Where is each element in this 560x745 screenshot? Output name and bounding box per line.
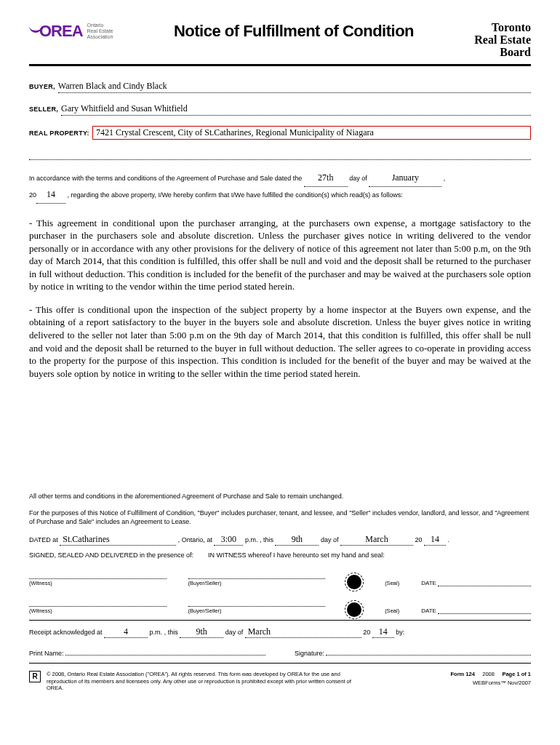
orea-logo: OREA: [29, 22, 83, 41]
property-row: REAL PROPERTY: 7421 Crystal Crescent, Ci…: [29, 126, 531, 140]
orea-sub3: Association: [87, 34, 113, 40]
buyerseller-2[interactable]: (Buyer/Seller): [188, 606, 326, 614]
dated-day[interactable]: 9th: [275, 534, 319, 546]
orea-sub1: Ontario: [87, 23, 113, 28]
property-label: REAL PROPERTY:: [29, 130, 89, 137]
seal-label-2: (Seal): [385, 607, 399, 614]
receipt-time[interactable]: 4: [104, 626, 148, 638]
seller-row: SELLER, Gary Whitfield and Susan Whitfie…: [29, 103, 531, 116]
signature-cell: Signature:: [295, 648, 531, 657]
receipt-block: Receipt acknowledged at 4 p.m. , this 9t…: [29, 626, 531, 664]
buyer-label: BUYER,: [29, 83, 55, 90]
date-cell-1: DATE: [421, 579, 531, 586]
sig-line[interactable]: [326, 648, 531, 656]
witness-label: IN WITNESS whereof I have hereunto set m…: [208, 551, 385, 559]
footer-right: Form 124 2008 Page 1 of 1 WEBForms™ Nov/…: [451, 671, 532, 687]
treb3: Board: [474, 47, 531, 59]
buyerseller-1[interactable]: (Buyer/Seller): [188, 578, 326, 586]
dated-pre: DATED at: [29, 536, 60, 543]
seller-value[interactable]: Gary Whitfield and Susan Whitfield: [61, 103, 531, 116]
receipt-month[interactable]: March: [245, 626, 361, 638]
dated-yrpre: 20: [415, 536, 423, 543]
orea-logo-text: OREA: [39, 22, 83, 41]
acc-day[interactable]: 27th: [304, 170, 348, 187]
receipt-this: , this: [164, 629, 180, 636]
dated-ontario: , Ontario, at: [178, 536, 215, 543]
receipt-day[interactable]: 9th: [180, 626, 223, 638]
dated-month[interactable]: March: [340, 534, 413, 546]
receipt-dayof: day of: [225, 629, 245, 636]
acc-yrpre: 20: [29, 191, 36, 199]
receipt-yr[interactable]: 14: [372, 626, 394, 638]
form-number: Form 124: [451, 671, 475, 677]
dated-time[interactable]: 3:00: [214, 534, 243, 546]
condition-1: - This agreement in conditional upon the…: [29, 217, 531, 293]
buyer-row: BUYER, Warren Black and Cindy Black: [29, 81, 531, 93]
dated-yr[interactable]: 14: [424, 534, 446, 546]
witness-1[interactable]: (Witness): [29, 578, 167, 586]
footer: R © 2008, Ontario Real Estate Associatio…: [29, 671, 531, 692]
orea-sub2: Real Estate: [87, 28, 113, 34]
acc-comma: ,: [444, 175, 446, 182]
acc-dayof: day of: [349, 175, 369, 182]
witness-2[interactable]: (Witness): [29, 606, 167, 614]
print-sig-row: Print Name: Signature:: [29, 648, 531, 657]
buyer-value[interactable]: Warren Black and Cindy Black: [58, 81, 531, 93]
receipt-line: Receipt acknowledged at 4 p.m. , this 9t…: [29, 626, 531, 638]
signature-section: SIGNED, SEALED AND DELIVERED in the pres…: [29, 551, 531, 621]
seal-icon-2: [347, 602, 361, 617]
copyright: © 2008, Ontario Real Estate Association …: [47, 671, 367, 692]
dated-dayof: day of: [321, 536, 340, 543]
signed-label: SIGNED, SEALED AND DELIVERED in the pres…: [29, 551, 193, 559]
condition-2: - This offer is conditional upon the ins…: [29, 303, 531, 380]
terms-purposes: For the purposes of this Notice of Fulfi…: [29, 509, 531, 527]
orea-subtitle: Ontario Real Estate Association: [87, 23, 113, 39]
treb-logo: Toronto Real Estate Board: [474, 22, 531, 58]
receipt-yrpre: 20: [363, 629, 370, 636]
spacer: [29, 390, 531, 492]
footer-year: 2008: [482, 671, 495, 677]
receipt-pm: p.m.: [150, 629, 163, 636]
acc-yr[interactable]: 14: [36, 187, 65, 204]
page-number: Page 1 of 1: [502, 671, 531, 677]
seal-label-1: (Seal): [385, 580, 399, 586]
date-line-2[interactable]: [438, 607, 531, 614]
print-label: Print Name:: [29, 650, 64, 657]
date-cell-2: DATE: [421, 607, 531, 614]
treb2: Real Estate: [474, 34, 531, 47]
dated-this: , this: [260, 536, 276, 543]
page-title: Notice of Fulfillment of Condition: [174, 22, 414, 41]
acc-pre: In accordance with the terms and conditi…: [29, 175, 304, 182]
property-value[interactable]: 7421 Crystal Crescent, City of St.Cathar…: [92, 126, 531, 140]
dated-dot: .: [448, 536, 450, 543]
webforms: WEBForms™ Nov/2007: [451, 680, 532, 687]
sig-row-2: (Witness) (Buyer/Seller) (Seal) DATE: [29, 602, 531, 614]
orea-logo-block: OREA Ontario Real Estate Association: [29, 22, 113, 41]
seller-label: SELLER,: [29, 105, 58, 113]
print-name-cell: Print Name:: [29, 648, 265, 657]
acc-month[interactable]: January: [369, 170, 441, 187]
date-line-1[interactable]: [438, 579, 531, 586]
receipt-by: by:: [396, 629, 404, 636]
sig-row-1: (Witness) (Buyer/Seller) (Seal) DATE: [29, 575, 531, 586]
extra-dotted-line: [29, 150, 531, 160]
seal-icon: [347, 575, 361, 589]
acc-post: , regarding the above property, I/We her…: [68, 191, 403, 199]
dated-line: DATED at St.Catharines , Ontario, at 3:0…: [29, 534, 531, 546]
date-label-2: DATE: [421, 607, 436, 614]
treb1: Toronto: [474, 22, 531, 34]
terms-unchanged: All other terms and conditions in the af…: [29, 492, 531, 501]
sig-label: Signature:: [295, 650, 324, 657]
date-label-1: DATE: [421, 580, 436, 586]
realtor-icon: R: [29, 671, 41, 682]
header: OREA Ontario Real Estate Association Not…: [29, 22, 531, 66]
receipt-pre: Receipt acknowledged at: [29, 629, 104, 636]
dated-pm: p.m.: [245, 536, 258, 543]
print-line[interactable]: [65, 648, 265, 656]
accordance-text: In accordance with the terms and conditi…: [29, 170, 531, 203]
dated-city[interactable]: St.Catharines: [60, 534, 176, 546]
